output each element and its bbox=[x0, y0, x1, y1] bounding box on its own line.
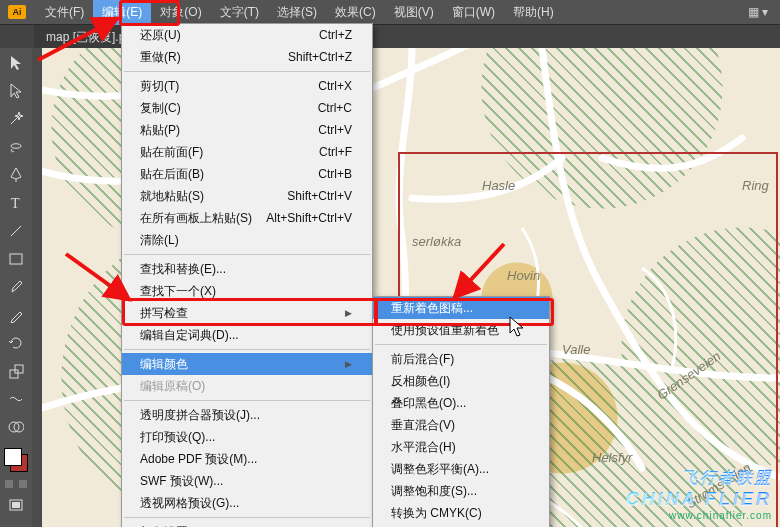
menu-object[interactable]: 对象(O) bbox=[151, 0, 210, 25]
menu-item[interactable]: 编辑颜色▶ bbox=[122, 353, 372, 375]
svg-text:T: T bbox=[11, 196, 20, 210]
submenu-item[interactable]: 使用预设值重新着色 bbox=[373, 319, 549, 341]
submenu-item[interactable]: 反相颜色(I) bbox=[373, 370, 549, 392]
svg-rect-8 bbox=[12, 502, 20, 508]
menu-type[interactable]: 文字(T) bbox=[211, 0, 268, 25]
magic-wand-tool-icon[interactable] bbox=[3, 108, 29, 130]
toolbar: T bbox=[0, 48, 33, 527]
menu-window[interactable]: 窗口(W) bbox=[443, 0, 504, 25]
menu-item[interactable]: 颜色设置(G)...Shift+Ctrl+K bbox=[122, 521, 372, 527]
submenu-item[interactable]: 垂直混合(V) bbox=[373, 414, 549, 436]
menu-item[interactable]: 查找和替换(E)... bbox=[122, 258, 372, 280]
menu-item[interactable]: 打印预设(Q)... bbox=[122, 426, 372, 448]
menu-item[interactable]: 在所有画板上粘贴(S)Alt+Shift+Ctrl+V bbox=[122, 207, 372, 229]
menu-file[interactable]: 文件(F) bbox=[36, 0, 93, 25]
svg-rect-4 bbox=[15, 365, 23, 373]
menu-item[interactable]: 透视网格预设(G)... bbox=[122, 492, 372, 514]
submenu-item[interactable]: 转换为 CMYK(C) bbox=[373, 502, 549, 524]
edit-colors-submenu: 重新着色图稿...使用预设值重新着色前后混合(F)反相颜色(I)叠印黑色(O).… bbox=[372, 296, 550, 527]
submenu-item[interactable]: 调整色彩平衡(A)... bbox=[373, 458, 549, 480]
svg-rect-3 bbox=[10, 370, 18, 378]
essentials-switcher[interactable]: ▦ ▾ bbox=[742, 1, 774, 23]
color-swatch[interactable] bbox=[4, 448, 28, 472]
menu-item[interactable]: SWF 预设(W)... bbox=[122, 470, 372, 492]
menu-item[interactable]: 贴在前面(F)Ctrl+F bbox=[122, 141, 372, 163]
selection-tool-icon[interactable] bbox=[3, 52, 29, 74]
menu-edit[interactable]: 编辑(E) bbox=[93, 0, 151, 25]
menu-item: 编辑原稿(O) bbox=[122, 375, 372, 397]
menubar: Ai 文件(F) 编辑(E) 对象(O) 文字(T) 选择(S) 效果(C) 视… bbox=[0, 0, 780, 25]
edit-dropdown: 还原(U)Ctrl+Z重做(R)Shift+Ctrl+Z剪切(T)Ctrl+X复… bbox=[121, 23, 373, 527]
menu-item[interactable]: 复制(C)Ctrl+C bbox=[122, 97, 372, 119]
shape-builder-tool-icon[interactable] bbox=[3, 416, 29, 438]
svg-rect-2 bbox=[10, 254, 22, 264]
menu-item[interactable]: 透明度拼合器预设(J)... bbox=[122, 404, 372, 426]
svg-line-1 bbox=[11, 226, 21, 236]
direct-selection-tool-icon[interactable] bbox=[3, 80, 29, 102]
draw-mode-icons[interactable] bbox=[5, 480, 27, 488]
menu-item[interactable]: 查找下一个(X) bbox=[122, 280, 372, 302]
menu-select[interactable]: 选择(S) bbox=[268, 0, 326, 25]
menu-item[interactable]: 拼写检查▶ bbox=[122, 302, 372, 324]
pen-tool-icon[interactable] bbox=[3, 164, 29, 186]
lasso-tool-icon[interactable] bbox=[3, 136, 29, 158]
submenu-item[interactable]: 叠印黑色(O)... bbox=[373, 392, 549, 414]
submenu-item[interactable]: 水平混合(H) bbox=[373, 436, 549, 458]
menu-item[interactable]: 重做(R)Shift+Ctrl+Z bbox=[122, 46, 372, 68]
menu-item[interactable]: Adobe PDF 预设(M)... bbox=[122, 448, 372, 470]
menu-item[interactable]: 编辑自定词典(D)... bbox=[122, 324, 372, 346]
tab-bar: map [已恢复].p... bbox=[0, 25, 780, 50]
menu-item[interactable]: 剪切(T)Ctrl+X bbox=[122, 75, 372, 97]
menu-effect[interactable]: 效果(C) bbox=[326, 0, 385, 25]
scale-tool-icon[interactable] bbox=[3, 360, 29, 382]
menu-item[interactable]: 贴在后面(B)Ctrl+B bbox=[122, 163, 372, 185]
screen-mode-icon[interactable] bbox=[3, 494, 29, 516]
paintbrush-tool-icon[interactable] bbox=[3, 276, 29, 298]
submenu-item[interactable]: 前后混合(F) bbox=[373, 348, 549, 370]
rotate-tool-icon[interactable] bbox=[3, 332, 29, 354]
menu-help[interactable]: 帮助(H) bbox=[504, 0, 563, 25]
rectangle-tool-icon[interactable] bbox=[3, 248, 29, 270]
type-tool-icon[interactable]: T bbox=[3, 192, 29, 214]
menu-item[interactable]: 就地粘贴(S)Shift+Ctrl+V bbox=[122, 185, 372, 207]
pencil-tool-icon[interactable] bbox=[3, 304, 29, 326]
menu-view[interactable]: 视图(V) bbox=[385, 0, 443, 25]
submenu-item[interactable]: 调整饱和度(S)... bbox=[373, 480, 549, 502]
submenu-item[interactable]: 重新着色图稿... bbox=[373, 297, 549, 319]
menu-item[interactable]: 清除(L) bbox=[122, 229, 372, 251]
line-tool-icon[interactable] bbox=[3, 220, 29, 242]
menu-item[interactable]: 还原(U)Ctrl+Z bbox=[122, 24, 372, 46]
app-logo: Ai bbox=[8, 5, 26, 19]
menu-item[interactable]: 粘贴(P)Ctrl+V bbox=[122, 119, 372, 141]
width-tool-icon[interactable] bbox=[3, 388, 29, 410]
